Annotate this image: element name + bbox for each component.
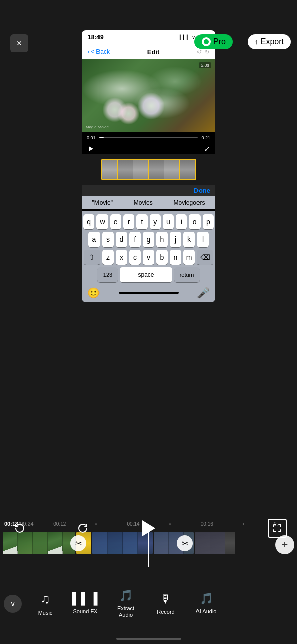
keyboard-row-2: a s d f g h j k l	[83, 232, 214, 247]
key-j[interactable]: j	[170, 232, 181, 247]
toolbar-collapse-area: ∨	[0, 579, 25, 629]
space-key[interactable]: space	[120, 267, 172, 282]
play-icon	[89, 146, 93, 151]
key-e[interactable]: e	[110, 214, 121, 229]
export-button[interactable]: ↑ Export	[248, 34, 291, 49]
key-p[interactable]: p	[203, 214, 214, 229]
key-v[interactable]: v	[143, 250, 154, 265]
key-b[interactable]: b	[156, 250, 168, 265]
extract-audio-icon: 🎵	[119, 589, 133, 602]
key-z[interactable]: z	[102, 250, 114, 265]
key-w[interactable]: w	[96, 214, 108, 229]
autocomplete-item-0[interactable]: "Movie"	[87, 198, 118, 207]
video-duration: 5.0s	[199, 62, 211, 68]
collapse-button[interactable]: ∨	[4, 595, 22, 613]
shift-key[interactable]: ⇧	[84, 250, 100, 265]
key-n[interactable]: n	[170, 250, 181, 265]
key-k[interactable]: k	[183, 232, 195, 247]
timeline-start-time: 0:01	[87, 135, 96, 140]
key-s[interactable]: s	[102, 232, 114, 247]
video-preview[interactable]: Magic Movie 5.0s	[82, 59, 215, 132]
fullscreen-icon	[273, 524, 282, 533]
keyboard-row-3: ⇧ z x c v b n m ⌫	[83, 250, 214, 265]
play-icon-main	[142, 520, 155, 536]
pro-label: Pro	[213, 37, 226, 46]
redo-button[interactable]	[73, 519, 92, 538]
key-c[interactable]: c	[129, 250, 141, 265]
phone-time: 18:49	[88, 34, 104, 41]
toolbar-items: ♫ Music ▌▌▐ Sound FX 🎵 ExtractAudio 🎙 Re…	[25, 585, 297, 622]
undo-button[interactable]	[10, 519, 29, 538]
export-label: Export	[261, 37, 284, 46]
ai-audio-label: AI Audio	[196, 608, 217, 615]
autocomplete-item-1[interactable]: Movies	[129, 198, 158, 207]
filmstrip-segment-1	[102, 160, 118, 179]
expand-icon[interactable]: ⤢	[204, 145, 210, 153]
close-icon: ×	[17, 38, 22, 49]
key-r[interactable]: r	[123, 214, 134, 229]
key-f[interactable]: f	[129, 232, 141, 247]
toolbar-item-ai-audio[interactable]: 🎵 AI Audio	[186, 585, 226, 622]
filmstrip-segment-2	[118, 160, 133, 179]
phone-play-button[interactable]	[87, 145, 95, 153]
key-i[interactable]: i	[176, 214, 187, 229]
key-x[interactable]: x	[116, 250, 127, 265]
phone-filmstrip	[82, 154, 215, 185]
play-button-main[interactable]	[137, 516, 161, 540]
editor-controls	[0, 516, 297, 541]
timeline-fill	[99, 137, 104, 138]
back-label: < Back	[91, 48, 110, 55]
back-button[interactable]: ‹ < Back	[88, 48, 110, 55]
key-u[interactable]: u	[163, 214, 174, 229]
timeline-progress[interactable]	[99, 137, 199, 138]
toolbar-item-soundfx[interactable]: ▌▌▐ Sound FX	[65, 585, 106, 622]
record-label: Record	[157, 609, 174, 615]
music-icon: ♫	[40, 591, 50, 607]
bottom-toolbar: ∨ ♫ Music ▌▌▐ Sound FX 🎵 ExtractAudio 🎙 …	[0, 579, 297, 629]
dictation-key[interactable]: 🎤	[197, 287, 210, 299]
toolbar-item-extract-audio[interactable]: 🎵 ExtractAudio	[106, 585, 146, 622]
autocomplete-item-2[interactable]: Moviegoers	[169, 198, 210, 207]
nav-title: Edit	[147, 48, 160, 56]
export-icon: ↑	[255, 38, 258, 46]
ai-audio-icon: 🎵	[200, 592, 213, 605]
key-d[interactable]: d	[116, 232, 127, 247]
key-a[interactable]: a	[88, 232, 100, 247]
keyboard-row-4: 123 space return	[83, 267, 214, 282]
numbers-key[interactable]: 123	[97, 267, 118, 282]
return-key[interactable]: return	[174, 267, 200, 282]
extract-audio-label: ExtractAudio	[117, 605, 134, 618]
key-l[interactable]: l	[197, 232, 209, 247]
key-g[interactable]: g	[143, 232, 154, 247]
filmstrip-segment-6	[180, 160, 195, 179]
keyboard: q w e r t y u i o p a s d f g h j k l ⇧ …	[82, 211, 215, 302]
toolbar-item-record[interactable]: 🎙 Record	[146, 585, 186, 622]
nav-icons: ↺ ↻	[197, 49, 209, 55]
undo-icon	[14, 522, 26, 534]
chevron-down-icon: ∨	[10, 600, 15, 608]
phone-timeline-bar: 0:01 0:21	[82, 132, 215, 143]
phone-nav-bar: ‹ < Back Edit ↺ ↻	[82, 44, 215, 59]
pro-button[interactable]: Pro	[194, 34, 233, 49]
phone-controls: ⤢	[82, 143, 215, 154]
key-t[interactable]: t	[136, 214, 147, 229]
key-o[interactable]: o	[189, 214, 200, 229]
soundfx-icon: ▌▌▐	[72, 592, 99, 605]
key-y[interactable]: y	[150, 214, 161, 229]
phone-preview: 18:49 ▎▎▎ WiFi 🔋 ‹ < Back Edit ↺ ↻ Magic…	[82, 30, 215, 302]
filmstrip-clip[interactable]	[101, 159, 196, 180]
home-indicator	[116, 638, 181, 640]
key-m[interactable]: m	[183, 250, 195, 265]
keyboard-done-row: Done	[82, 185, 215, 196]
toolbar-item-music[interactable]: ♫ Music	[25, 585, 65, 622]
backspace-key[interactable]: ⌫	[197, 250, 213, 265]
filmstrip-segment-4	[149, 160, 164, 179]
fullscreen-button[interactable]	[268, 519, 287, 538]
close-button[interactable]: ×	[10, 34, 28, 52]
emoji-key[interactable]: 🙂	[87, 287, 100, 299]
key-h[interactable]: h	[156, 232, 168, 247]
autocomplete-bar: "Movie" Movies Moviegoers	[82, 196, 215, 209]
done-button[interactable]: Done	[194, 187, 211, 194]
timeline-end-time: 0:21	[201, 135, 210, 140]
key-q[interactable]: q	[83, 214, 94, 229]
